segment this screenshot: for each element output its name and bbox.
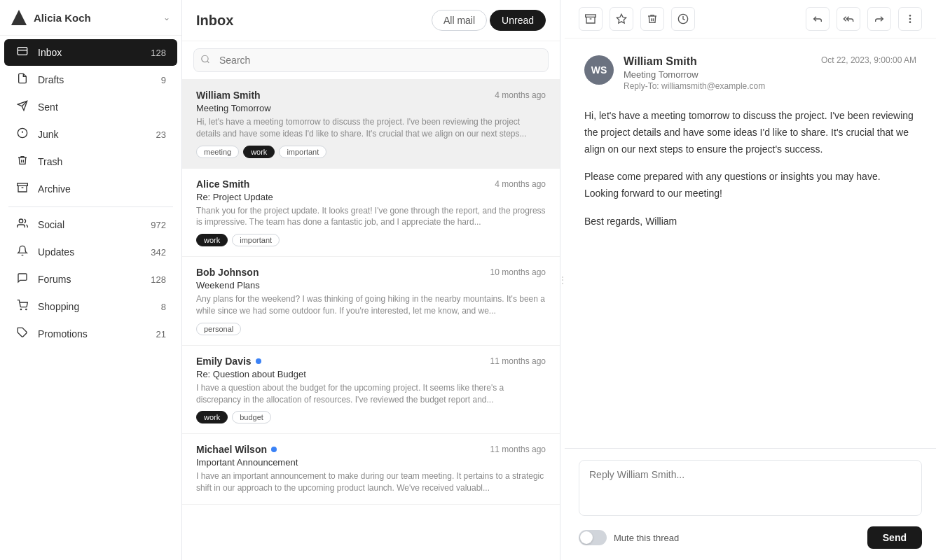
sidebar-item-drafts[interactable]: Drafts 9 bbox=[4, 66, 177, 93]
email-item-5[interactable]: Michael Wilson 11 months ago Important A… bbox=[182, 434, 560, 505]
email-tags-3: personal bbox=[196, 323, 546, 335]
sidebar-item-shopping[interactable]: Shopping 8 bbox=[4, 293, 177, 320]
promotions-icon bbox=[15, 327, 29, 341]
reply-all-toolbar-button[interactable] bbox=[837, 7, 860, 31]
email-list: William Smith 4 months ago Meeting Tomor… bbox=[182, 80, 560, 560]
tab-all-mail[interactable]: All mail bbox=[432, 10, 487, 31]
sidebar-label-junk: Junk bbox=[38, 129, 156, 140]
sidebar-item-promotions[interactable]: Promotions 21 bbox=[4, 321, 177, 347]
email-subject-5: Important Announcement bbox=[196, 457, 546, 468]
search-input[interactable] bbox=[193, 48, 549, 72]
email-sender-2: Alice Smith bbox=[196, 178, 249, 190]
detail-content: WS William Smith Meeting Tomorrow Reply-… bbox=[565, 38, 936, 448]
sidebar-count-shopping: 8 bbox=[161, 302, 166, 312]
email-item-2[interactable]: Alice Smith 4 months ago Re: Project Upd… bbox=[182, 169, 560, 258]
nav-divider bbox=[8, 206, 173, 207]
detail-reply-to: Reply-To: williamsmith@example.com bbox=[624, 81, 821, 91]
avatar: WS bbox=[584, 55, 614, 85]
email-detail-panel: WS William Smith Meeting Tomorrow Reply-… bbox=[565, 0, 936, 560]
email-time-1: 4 months ago bbox=[495, 90, 546, 100]
forward-toolbar-button[interactable] bbox=[867, 7, 891, 31]
email-preview-5: I have an important announcement to make… bbox=[196, 470, 546, 494]
mute-toggle-switch[interactable] bbox=[579, 530, 607, 545]
email-subject-3: Weekend Plans bbox=[196, 280, 546, 290]
reply-input[interactable] bbox=[579, 460, 922, 516]
sidebar-label-inbox: Inbox bbox=[38, 47, 151, 58]
sidebar-item-archive[interactable]: Archive bbox=[4, 176, 177, 202]
detail-meta: William Smith Meeting Tomorrow Reply-To:… bbox=[624, 55, 821, 91]
body-para-2: Please come prepared with any questions … bbox=[584, 169, 916, 202]
send-button[interactable]: Send bbox=[867, 526, 922, 549]
email-preview-4: I have a question about the budget for t… bbox=[196, 382, 546, 406]
email-time-5: 11 months ago bbox=[490, 444, 546, 454]
email-detail-header: WS William Smith Meeting Tomorrow Reply-… bbox=[584, 55, 916, 91]
unread-dot-5 bbox=[271, 447, 277, 452]
tag-work-4: work bbox=[196, 411, 228, 424]
sidebar-item-updates[interactable]: Updates 342 bbox=[4, 239, 177, 265]
drafts-icon bbox=[15, 73, 29, 87]
sidebar-count-social: 972 bbox=[151, 220, 166, 230]
tag-budget: budget bbox=[232, 411, 271, 424]
sidebar-label-shopping: Shopping bbox=[38, 301, 161, 312]
email-list-header: Inbox All mail Unread bbox=[182, 0, 560, 41]
sidebar-item-social[interactable]: Social 972 bbox=[4, 211, 177, 238]
email-sender-5: Michael Wilson bbox=[196, 444, 277, 455]
email-tags-4: work budget bbox=[196, 411, 546, 424]
sidebar-item-inbox[interactable]: Inbox 128 bbox=[4, 39, 177, 66]
email-subject-2: Re: Project Update bbox=[196, 192, 546, 202]
search-bar bbox=[182, 41, 560, 80]
email-item-4[interactable]: Emily Davis 11 months ago Re: Question a… bbox=[182, 346, 560, 435]
sidebar-label-social: Social bbox=[38, 219, 151, 230]
email-preview-1: Hi, let's have a meeting tomorrow to dis… bbox=[196, 116, 546, 140]
sidebar-count-junk: 23 bbox=[156, 130, 166, 140]
user-header[interactable]: Alicia Koch ⌄ bbox=[0, 0, 181, 36]
svg-marker-16 bbox=[617, 14, 626, 23]
sidebar-item-trash[interactable]: Trash bbox=[4, 148, 177, 175]
snooze-toolbar-button[interactable] bbox=[671, 7, 695, 31]
sidebar-item-forums[interactable]: Forums 128 bbox=[4, 266, 177, 293]
email-time-4: 11 months ago bbox=[490, 356, 546, 366]
detail-date: Oct 22, 2023, 9:00:00 AM bbox=[821, 55, 916, 65]
archive-toolbar-button[interactable] bbox=[579, 7, 603, 31]
detail-sender-name: William Smith bbox=[624, 55, 821, 68]
toggle-knob bbox=[580, 531, 593, 544]
sidebar-item-junk[interactable]: Junk 23 bbox=[4, 121, 177, 148]
email-tags-2: work important bbox=[196, 234, 546, 246]
trash-icon bbox=[15, 155, 29, 169]
search-wrapper bbox=[193, 48, 549, 72]
detail-toolbar bbox=[565, 0, 936, 38]
inbox-title: Inbox bbox=[196, 13, 233, 29]
sidebar: Alicia Koch ⌄ Inbox 128 Drafts 9 Sent bbox=[0, 0, 182, 560]
mute-label: Mute this thread bbox=[614, 533, 679, 543]
svg-point-12 bbox=[202, 55, 208, 62]
junk-icon bbox=[15, 127, 29, 141]
email-sender-4: Emily Davis bbox=[196, 356, 261, 367]
social-icon bbox=[15, 218, 29, 232]
sidebar-count-inbox: 128 bbox=[151, 48, 166, 58]
email-item-top-1: William Smith 4 months ago bbox=[196, 90, 546, 101]
reply-footer: Mute this thread Send bbox=[579, 526, 922, 549]
body-para-3: Best regards, William bbox=[584, 214, 916, 230]
email-item-3[interactable]: Bob Johnson 10 months ago Weekend Plans … bbox=[182, 257, 560, 346]
delete-toolbar-button[interactable] bbox=[640, 7, 664, 31]
email-list-panel: Inbox All mail Unread William Smith 4 mo… bbox=[182, 0, 560, 560]
sidebar-label-archive: Archive bbox=[38, 183, 166, 195]
email-item-1[interactable]: William Smith 4 months ago Meeting Tomor… bbox=[182, 80, 560, 169]
archive-icon-sidebar bbox=[15, 182, 29, 196]
svg-point-20 bbox=[909, 22, 910, 22]
tag-important-2: important bbox=[232, 234, 280, 246]
sidebar-label-updates: Updates bbox=[38, 246, 151, 258]
reply-toolbar-button[interactable] bbox=[806, 7, 830, 31]
tab-unread[interactable]: Unread bbox=[490, 10, 546, 31]
spam-toolbar-button[interactable] bbox=[610, 7, 633, 31]
email-preview-2: Thank you for the project update. It loo… bbox=[196, 205, 546, 229]
email-time-3: 10 months ago bbox=[490, 267, 546, 277]
more-toolbar-button[interactable] bbox=[898, 7, 922, 31]
search-icon bbox=[200, 55, 210, 66]
sidebar-label-promotions: Promotions bbox=[38, 328, 156, 340]
sidebar-count-updates: 342 bbox=[151, 247, 166, 258]
svg-rect-14 bbox=[586, 15, 596, 17]
email-time-2: 4 months ago bbox=[495, 179, 546, 189]
svg-point-8 bbox=[19, 219, 22, 223]
sidebar-item-sent[interactable]: Sent bbox=[4, 94, 177, 120]
